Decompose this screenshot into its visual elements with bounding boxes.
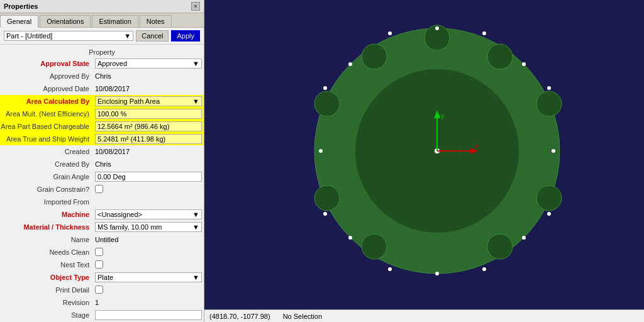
svg-point-8 <box>362 234 387 259</box>
checkbox-nest-text[interactable] <box>95 260 103 269</box>
input-area-chargeable[interactable] <box>95 121 202 131</box>
dropdown-area-calculated[interactable]: Enclosing Path Area▼ <box>95 96 202 106</box>
input-grain-angle[interactable] <box>95 172 202 182</box>
row-approved-date: Approved Date 10/08/2017 <box>0 82 204 95</box>
value-area-mult <box>93 108 204 119</box>
value-needs-clean <box>93 247 204 258</box>
label-grain-constrain: Grain Constrain? <box>0 186 93 193</box>
value-nest-text <box>93 260 204 270</box>
section-header: Property <box>0 47 204 57</box>
svg-point-27 <box>388 31 392 35</box>
row-created: Created 10/08/2017 <box>0 145 204 158</box>
label-approved-date: Approved Date <box>0 85 93 92</box>
input-stage[interactable] <box>95 310 202 320</box>
checkbox-grain-constrain[interactable] <box>95 185 103 193</box>
row-needs-clean: Needs Clean <box>0 246 204 258</box>
value-material-thickness: MS family, 10.00 mm▼ <box>93 221 204 233</box>
svg-point-6 <box>536 186 562 211</box>
label-area-calculated-by: Area Calculated By <box>0 97 93 105</box>
svg-point-11 <box>362 44 387 69</box>
panel-titlebar: Properties × <box>0 0 204 13</box>
svg-text:y: y <box>441 112 445 119</box>
row-material-thickness: Material / Thickness MS family, 10.00 mm… <box>0 221 204 233</box>
svg-point-16 <box>522 62 526 66</box>
value-approved-by: Chris <box>93 72 204 80</box>
value-object-type: Plate▼ <box>93 272 204 283</box>
input-area-mult[interactable] <box>95 109 202 119</box>
row-machine: Machine <Unassigned>▼ <box>0 208 204 221</box>
svg-point-4 <box>487 44 513 69</box>
svg-point-5 <box>536 91 562 116</box>
tab-orientations[interactable]: Orientations <box>40 15 91 27</box>
properties-panel: Properties × General Orientations Estima… <box>0 0 204 322</box>
row-grain-angle: Grain Angle <box>0 170 204 183</box>
value-created: 10/08/2017 <box>93 147 204 156</box>
tabs-bar: General Orientations Estimation Notes <box>0 13 204 28</box>
tab-notes[interactable]: Notes <box>140 15 172 27</box>
label-nest-text: Nest Text <box>0 261 93 269</box>
value-name: Untitled <box>93 235 204 244</box>
svg-point-21 <box>547 86 551 90</box>
tab-estimation[interactable]: Estimation <box>92 15 138 27</box>
value-approval-state: Approved▼ <box>93 58 204 69</box>
tab-general[interactable]: General <box>0 15 38 28</box>
label-object-type: Object Type <box>0 274 93 281</box>
value-grain-constrain <box>93 184 204 195</box>
checkbox-print-detail[interactable] <box>95 286 103 294</box>
svg-point-18 <box>348 236 352 240</box>
close-button[interactable]: × <box>191 2 200 11</box>
row-print-detail: Print Detail <box>0 284 204 296</box>
dropdown-machine[interactable]: <Unassigned>▼ <box>95 209 202 219</box>
label-grain-angle: Grain Angle <box>0 173 93 180</box>
dropdown-object-type[interactable]: Plate▼ <box>95 272 202 282</box>
part-selector-value: Part - [Untitled] <box>6 32 52 40</box>
cancel-button[interactable]: Cancel <box>136 30 169 42</box>
row-grain-constrain: Grain Constrain? <box>0 183 204 196</box>
row-area-mult: Area Mult. (Nest Efficiency) <box>0 108 204 120</box>
row-object-type: Object Type Plate▼ <box>0 271 204 284</box>
svg-point-22 <box>547 212 551 216</box>
viewport[interactable]: y x (4818.70, -1077.98) No Selection <box>204 0 644 322</box>
svg-point-7 <box>487 234 513 259</box>
svg-point-24 <box>388 267 392 271</box>
label-approved-by: Approved By <box>0 72 93 80</box>
svg-point-19 <box>348 62 352 66</box>
row-created-by: Created By Chris <box>0 158 204 170</box>
label-needs-clean: Needs Clean <box>0 248 93 256</box>
label-area-ship-weight: Area True and Ship Weight <box>0 135 93 143</box>
row-imported-from: Imported From <box>0 196 204 208</box>
value-created-by: Chris <box>93 160 204 169</box>
value-area-ship-weight <box>93 133 204 145</box>
label-created: Created <box>0 148 93 155</box>
label-machine: Machine <box>0 211 93 218</box>
label-area-chargeable: Area Part Based Chargeable <box>0 123 93 130</box>
value-revision: 1 <box>93 298 204 307</box>
label-imported-from: Imported From <box>0 198 93 206</box>
selection-status: No Selection <box>283 313 322 320</box>
row-area-chargeable: Area Part Based Chargeable <box>0 120 204 133</box>
row-area-ship-weight: Area True and Ship Weight <box>0 133 204 145</box>
svg-point-17 <box>522 236 526 240</box>
dropdown-approval-state[interactable]: Approved▼ <box>95 58 202 69</box>
svg-point-13 <box>552 149 555 153</box>
part-selector[interactable]: Part - [Untitled] ▼ <box>4 31 133 41</box>
row-stage: Stage <box>0 309 204 321</box>
label-area-mult: Area Mult. (Nest Efficiency) <box>0 110 93 118</box>
input-area-ship-weight[interactable] <box>95 134 202 144</box>
svg-point-26 <box>323 86 327 90</box>
value-area-chargeable <box>93 121 204 132</box>
part-selector-row: Part - [Untitled] ▼ Cancel Apply <box>0 28 204 45</box>
svg-point-10 <box>314 91 340 116</box>
row-revision: Revision 1 <box>0 296 204 309</box>
label-print-detail: Print Detail <box>0 286 93 294</box>
value-imported-from <box>93 201 204 203</box>
checkbox-needs-clean[interactable] <box>95 248 103 256</box>
apply-button[interactable]: Apply <box>171 30 200 42</box>
dropdown-material[interactable]: MS family, 10.00 mm▼ <box>95 222 202 232</box>
value-area-calculated-by: Enclosing Path Area▼ <box>93 96 204 107</box>
value-print-detail <box>93 285 204 296</box>
svg-point-20 <box>482 31 486 35</box>
main-container: Properties × General Orientations Estima… <box>0 0 644 322</box>
viewport-svg: y x <box>204 0 644 322</box>
svg-text:x: x <box>475 142 479 150</box>
